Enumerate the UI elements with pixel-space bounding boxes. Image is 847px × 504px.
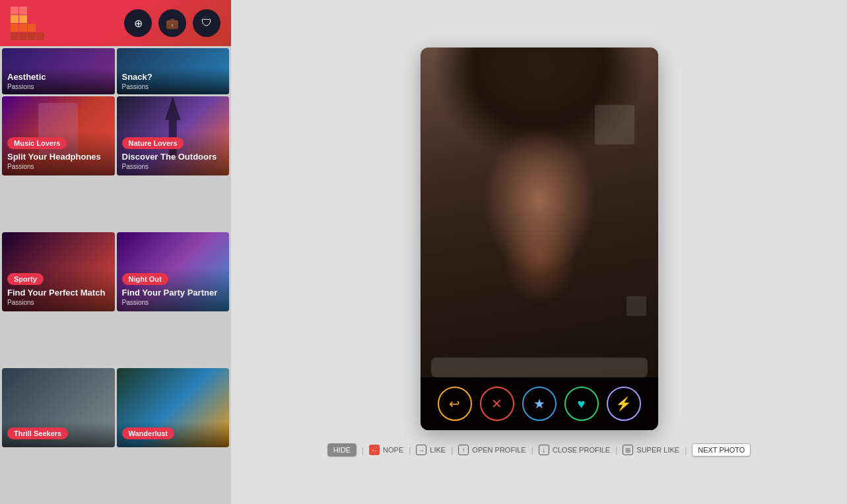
snack-subtitle: Passions (122, 83, 224, 90)
undo-button[interactable]: ↩ (438, 387, 472, 421)
sporty-title: Find Your Perfect Match (7, 288, 110, 298)
card-thrill-content: Thrill Seekers (2, 422, 115, 447)
aesthetic-title: Aesthetic (7, 72, 110, 82)
next-photo-key[interactable]: NEXT PHOTO (692, 443, 751, 457)
snack-title: Snack? (122, 72, 224, 82)
hide-key[interactable]: HIDE (327, 443, 356, 457)
card-nightout[interactable]: Night Out Find Your Party Partner Passio… (117, 232, 230, 311)
briefcase-icon-btn[interactable]: 💼 (158, 9, 186, 37)
music-title: Split Your Headphones (7, 152, 110, 162)
open-profile-shortcut-label: OPEN PROFILE (472, 446, 525, 454)
nightout-title: Find Your Party Partner (122, 288, 224, 298)
action-buttons: ↩ ✕ ★ ♥ ⚡ (421, 377, 658, 430)
shortcut-close-profile: ↓ CLOSE PROFILE (539, 445, 610, 455)
logo-area (11, 7, 50, 40)
sporty-subtitle: Passions (7, 299, 110, 306)
card-nightout-content: Night Out Find Your Party Partner Passio… (117, 267, 230, 311)
boost-button[interactable]: ⚡ (607, 387, 641, 421)
card-thrill[interactable]: Thrill Seekers (2, 368, 115, 447)
divider-2: | (409, 445, 411, 455)
card-snack[interactable]: Snack? Passions (117, 48, 230, 94)
nope-button[interactable]: ✕ (480, 387, 514, 421)
shortcut-next-photo: NEXT PHOTO (692, 443, 751, 457)
close-profile-shortcut-icon: ↓ (539, 445, 549, 455)
shortcuts-bar: HIDE | ← NOPE | → LIKE | ↑ OPEN PROFILE … (327, 443, 751, 457)
aesthetic-subtitle: Passions (7, 83, 110, 90)
card-sporty[interactable]: Sporty Find Your Perfect Match Passions (2, 232, 115, 311)
shortcut-super-like: ⊞ SUPER LIKE (623, 445, 679, 455)
music-badge: Music Lovers (7, 137, 67, 149)
nature-subtitle: Passions (122, 163, 224, 170)
card-music[interactable]: Music Lovers Split Your Headphones Passi… (2, 96, 115, 175)
open-profile-shortcut-icon: ↑ (458, 445, 469, 455)
like-shortcut-icon: → (416, 445, 426, 455)
x-icon: ✕ (491, 396, 502, 412)
left-panel: ⊕ 💼 🛡 Aesthetic Passions Snack? Passions (0, 0, 231, 504)
super-like-shortcut-icon: ⊞ (623, 445, 633, 455)
briefcase-icon: 💼 (166, 17, 179, 30)
music-subtitle: Passions (7, 163, 110, 170)
star-icon: ★ (533, 396, 545, 412)
divider-5: | (615, 445, 617, 455)
search-icon-btn[interactable]: ⊕ (124, 9, 152, 37)
shortcut-hide: HIDE (327, 443, 356, 457)
shield-icon: 🛡 (201, 17, 212, 29)
lightning-icon: ⚡ (615, 396, 632, 412)
nope-shortcut-label: NOPE (383, 446, 403, 454)
sporty-badge: Sporty (7, 273, 44, 285)
profile-photo: ↩ ✕ ★ ♥ ⚡ (421, 47, 658, 430)
logo (11, 7, 50, 40)
search-icon: ⊕ (134, 17, 143, 30)
nope-shortcut-icon: ← (369, 445, 380, 455)
divider-6: | (685, 445, 687, 455)
nature-title: Discover The Outdoors (122, 152, 224, 162)
nightout-subtitle: Passions (122, 299, 224, 306)
shortcut-open-profile: ↑ OPEN PROFILE (458, 445, 525, 455)
super-like-button[interactable]: ★ (522, 387, 557, 421)
card-aesthetic[interactable]: Aesthetic Passions (2, 48, 115, 94)
super-like-shortcut-label: SUPER LIKE (636, 446, 679, 454)
heart-icon: ♥ (578, 396, 586, 412)
top-bar: ⊕ 💼 🛡 (0, 0, 231, 46)
divider-4: | (531, 445, 533, 455)
card-nature[interactable]: Nature Lovers Discover The Outdoors Pass… (117, 96, 230, 175)
close-profile-shortcut-label: CLOSE PROFILE (553, 446, 610, 454)
card-wanderlust-content: Wanderlust (117, 422, 230, 447)
like-button[interactable]: ♥ (564, 387, 599, 421)
divider-1: | (362, 445, 364, 455)
wanderlust-badge: Wanderlust (122, 427, 175, 439)
right-panel: ↩ ✕ ★ ♥ ⚡ HIDE | ← (231, 0, 847, 504)
like-shortcut-label: LIKE (430, 446, 446, 454)
card-sporty-content: Sporty Find Your Perfect Match Passions (2, 267, 115, 311)
card-music-content: Music Lovers Split Your Headphones Passi… (2, 131, 115, 175)
divider-3: | (451, 445, 453, 455)
nature-badge: Nature Lovers (122, 137, 184, 149)
shortcut-like: → LIKE (416, 445, 446, 455)
shield-icon-btn[interactable]: 🛡 (193, 9, 220, 37)
passion-cards-grid: Music Lovers Split Your Headphones Passi… (0, 94, 231, 504)
profile-card: ↩ ✕ ★ ♥ ⚡ (421, 47, 658, 430)
top-cards: Aesthetic Passions Snack? Passions (0, 46, 231, 94)
profile-info-bar (431, 358, 648, 377)
thrill-badge: Thrill Seekers (7, 427, 68, 439)
card-wanderlust[interactable]: Wanderlust (117, 368, 230, 447)
shortcut-nope: ← NOPE (369, 445, 403, 455)
nightout-badge: Night Out (122, 273, 168, 285)
card-nature-content: Nature Lovers Discover The Outdoors Pass… (117, 131, 230, 175)
undo-icon: ↩ (449, 396, 460, 412)
